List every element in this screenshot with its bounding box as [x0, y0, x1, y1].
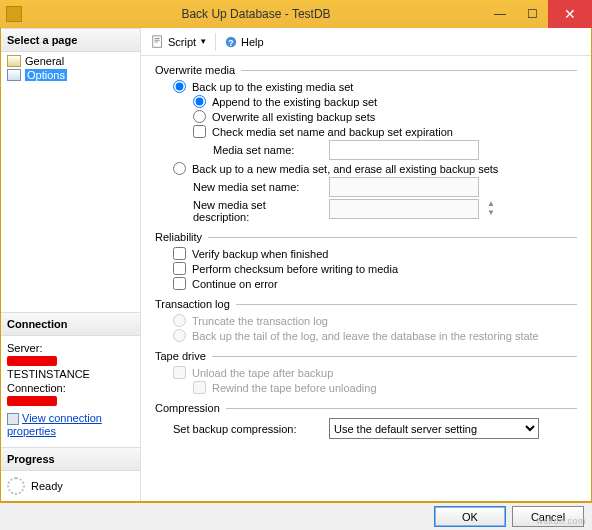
view-connection-properties-link[interactable]: View connection properties [7, 412, 102, 437]
checksum-checkbox[interactable] [173, 262, 186, 275]
overwrite-legend: Overwrite media [155, 64, 235, 76]
overwrite-all-radio[interactable] [193, 110, 206, 123]
compression-select[interactable]: Use the default server setting [329, 418, 539, 439]
rewind-label: Rewind the tape before unloading [212, 382, 377, 394]
truncate-label: Truncate the transaction log [192, 315, 328, 327]
connection-header: Connection [1, 312, 140, 336]
ok-button[interactable]: OK [434, 506, 506, 527]
check-media-label: Check media set name and backup set expi… [212, 126, 453, 138]
existing-media-label: Back up to the existing media set [192, 81, 353, 93]
server-label: Server: [7, 342, 134, 354]
close-button[interactable]: ✕ [548, 0, 592, 28]
maximize-button[interactable]: ☐ [516, 0, 548, 28]
select-page-header: Select a page [1, 28, 140, 52]
desc-scroll-arrows: ▲▼ [487, 199, 495, 217]
verify-label: Verify backup when finished [192, 248, 328, 260]
rewind-checkbox [193, 381, 206, 394]
txlog-legend: Transaction log [155, 298, 230, 310]
media-name-input[interactable] [329, 140, 479, 160]
new-media-desc-input [329, 199, 479, 219]
script-label: Script [168, 36, 196, 48]
script-dropdown-icon: ▼ [199, 37, 207, 46]
new-media-desc-label: New media set description: [193, 199, 323, 223]
verify-checkbox[interactable] [173, 247, 186, 260]
unload-checkbox [173, 366, 186, 379]
new-media-radio[interactable] [173, 162, 186, 175]
media-name-label: Media set name: [213, 144, 323, 156]
tape-legend: Tape drive [155, 350, 206, 362]
page-general[interactable]: General [5, 54, 136, 68]
app-icon [6, 6, 22, 22]
svg-text:?: ? [228, 37, 233, 47]
compression-label: Set backup compression: [173, 423, 323, 435]
progress-header: Progress [1, 447, 140, 471]
server-value: TESTINSTANCE [7, 356, 134, 380]
help-button[interactable]: ? Help [220, 33, 268, 51]
compression-legend: Compression [155, 402, 220, 414]
connection-redacted [7, 396, 57, 406]
page-general-icon [7, 55, 21, 67]
watermark: wsxdn.com [536, 516, 586, 526]
script-button[interactable]: Script ▼ [147, 33, 211, 51]
title-bar: Back Up Database - TestDB — ☐ ✕ [0, 0, 592, 28]
tail-radio [173, 329, 186, 342]
page-options-label: Options [25, 69, 67, 81]
page-options-icon [7, 69, 21, 81]
minimize-button[interactable]: — [484, 0, 516, 28]
server-redacted [7, 356, 57, 366]
check-media-checkbox[interactable] [193, 125, 206, 138]
page-options[interactable]: Options [5, 68, 136, 82]
connection-label: Connection: [7, 382, 134, 394]
new-media-label: Back up to a new media set, and erase al… [192, 163, 498, 175]
continue-error-checkbox[interactable] [173, 277, 186, 290]
append-label: Append to the existing backup set [212, 96, 377, 108]
progress-status: Ready [31, 480, 63, 492]
existing-media-radio[interactable] [173, 80, 186, 93]
new-media-name-input [329, 177, 479, 197]
overwrite-all-label: Overwrite all existing backup sets [212, 111, 375, 123]
page-general-label: General [25, 55, 64, 67]
connection-value [7, 396, 134, 408]
new-media-name-label: New media set name: [193, 181, 323, 193]
reliability-legend: Reliability [155, 231, 202, 243]
help-label: Help [241, 36, 264, 48]
window-controls: — ☐ ✕ [484, 0, 592, 28]
connection-properties-icon [7, 413, 19, 425]
checksum-label: Perform checksum before writing to media [192, 263, 398, 275]
continue-error-label: Continue on error [192, 278, 278, 290]
progress-spinner-icon [7, 477, 25, 495]
help-icon: ? [224, 35, 238, 49]
truncate-radio [173, 314, 186, 327]
unload-label: Unload the tape after backup [192, 367, 333, 379]
window-title: Back Up Database - TestDB [28, 7, 484, 21]
script-icon [151, 35, 165, 49]
tail-label: Back up the tail of the log, and leave t… [192, 330, 539, 342]
append-radio[interactable] [193, 95, 206, 108]
